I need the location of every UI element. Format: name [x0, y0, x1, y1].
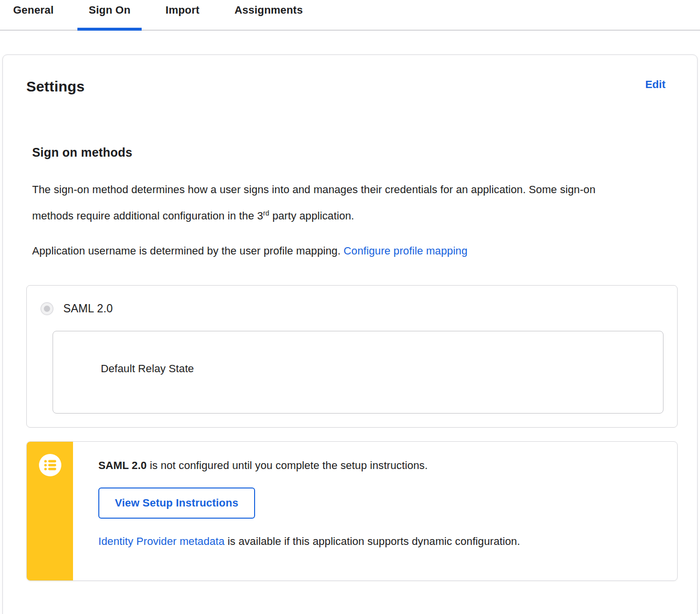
sign-on-methods-heading: Sign on methods [32, 145, 678, 160]
callout-message-bold: SAML 2.0 [98, 459, 147, 471]
app-tabbar: General Sign On Import Assignments [0, 0, 700, 31]
description-text-part2: party application. [269, 210, 354, 222]
settings-card: Settings Edit Sign on methods The sign-o… [2, 54, 698, 614]
view-setup-instructions-button[interactable]: View Setup Instructions [98, 488, 255, 519]
metadata-line-rest: is available if this application support… [224, 535, 520, 547]
callout-body: SAML 2.0 is not configured until you com… [73, 442, 677, 580]
edit-link[interactable]: Edit [645, 78, 665, 91]
saml-setup-callout: SAML 2.0 is not configured until you com… [26, 441, 678, 581]
saml-radio-button[interactable] [40, 302, 54, 315]
identity-provider-metadata-link[interactable]: Identity Provider metadata [98, 535, 224, 547]
configure-profile-mapping-link[interactable]: Configure profile mapping [344, 245, 467, 257]
settings-title: Settings [26, 78, 85, 95]
callout-message: SAML 2.0 is not configured until you com… [98, 459, 658, 472]
tab-assignments[interactable]: Assignments [223, 0, 314, 30]
list-circle-icon [39, 454, 61, 478]
default-relay-state-label: Default Relay State [101, 362, 194, 375]
username-mapping-line: Application username is determined by th… [32, 239, 636, 263]
metadata-line: Identity Provider metadata is available … [98, 535, 658, 548]
callout-message-rest: is not configured until you complete the… [147, 459, 427, 471]
tab-import[interactable]: Import [154, 0, 211, 30]
callout-accent-bar [27, 442, 73, 580]
settings-card-header: Settings Edit [26, 78, 678, 95]
description-superscript: rd [263, 209, 270, 217]
tab-sign-on[interactable]: Sign On [77, 0, 142, 30]
tab-general[interactable]: General [2, 0, 65, 30]
saml-radio-row: SAML 2.0 [40, 302, 663, 315]
sign-on-methods-description: The sign-on method determines how a user… [32, 178, 636, 228]
saml-radio-label: SAML 2.0 [63, 302, 113, 315]
username-mapping-text: Application username is determined by th… [32, 245, 344, 257]
default-relay-state-box: Default Relay State [53, 331, 663, 414]
saml-method-box: SAML 2.0 Default Relay State [26, 285, 678, 428]
